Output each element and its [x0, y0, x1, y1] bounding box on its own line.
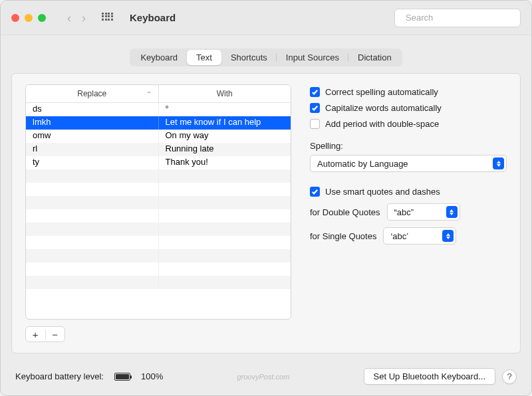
remove-button[interactable]: − — [46, 330, 65, 340]
checkbox-icon — [310, 119, 320, 129]
checkbox-icon — [310, 103, 320, 113]
dropdown-arrows-icon — [442, 230, 454, 242]
capitalize-checkbox[interactable]: Capitalize words automatically — [310, 103, 507, 113]
table-row[interactable]: rlRunning late — [26, 143, 291, 156]
table-header: Replace ⌃ With — [26, 85, 291, 103]
table-row[interactable]: ds° — [26, 103, 291, 116]
content: KeyboardTextShortcutsInput SourcesDictat… — [1, 35, 531, 359]
add-button[interactable]: + — [26, 330, 46, 340]
footer: Keyboard battery level: 100% groovyPost.… — [1, 359, 531, 395]
checkbox-icon — [310, 87, 320, 97]
help-button[interactable]: ? — [502, 369, 517, 384]
table-row[interactable]: lmkhLet me know if I can help — [26, 116, 291, 130]
watermark: groovyPost.com — [170, 373, 356, 381]
options-section: Correct spelling automatically Capitaliz… — [310, 84, 507, 342]
sort-indicator-icon: ⌃ — [146, 90, 152, 98]
add-remove-controls: + − — [25, 326, 65, 342]
back-button[interactable]: ‹ — [67, 12, 71, 24]
spelling-label: Spelling: — [310, 141, 507, 151]
table-row[interactable] — [26, 249, 291, 262]
table-row[interactable]: omwOn my way — [26, 130, 291, 143]
replacements-section: Replace ⌃ With ds°lmkhLet me know if I c… — [25, 84, 291, 342]
tabs: KeyboardTextShortcutsInput SourcesDictat… — [11, 49, 521, 66]
battery-percent: 100% — [141, 371, 163, 381]
spelling-select[interactable]: Automatic by Language — [310, 155, 507, 172]
add-period-checkbox[interactable]: Add period with double-space — [310, 119, 507, 129]
titlebar: ‹ › Keyboard — [1, 1, 531, 35]
close-window-button[interactable] — [11, 14, 19, 22]
col-with[interactable]: With — [159, 85, 291, 102]
table-row[interactable] — [26, 183, 291, 196]
smart-quotes-checkbox[interactable]: Use smart quotes and dashes — [310, 187, 507, 197]
zoom-window-button[interactable] — [38, 14, 46, 22]
text-panel: Replace ⌃ With ds°lmkhLet me know if I c… — [11, 73, 521, 353]
search-field[interactable] — [394, 9, 521, 27]
show-all-icon[interactable] — [102, 13, 112, 23]
table-row[interactable] — [26, 196, 291, 209]
correct-spelling-checkbox[interactable]: Correct spelling automatically — [310, 87, 507, 97]
table-row[interactable] — [26, 223, 291, 236]
table-row[interactable]: tyThank you! — [26, 156, 291, 169]
checkbox-icon — [310, 187, 320, 197]
table-row[interactable] — [26, 262, 291, 276]
preferences-window: ‹ › Keyboard KeyboardTextShortcutsInput … — [0, 0, 532, 396]
window-title: Keyboard — [130, 12, 176, 23]
tab-keyboard[interactable]: Keyboard — [131, 50, 187, 65]
table-row[interactable] — [26, 209, 291, 223]
battery-icon — [114, 373, 130, 381]
dropdown-arrows-icon — [446, 206, 458, 218]
window-controls — [11, 14, 46, 22]
table-row[interactable] — [26, 276, 291, 289]
tab-text[interactable]: Text — [187, 50, 221, 65]
table-row[interactable] — [26, 169, 291, 183]
single-quotes-select[interactable]: ‘abc’ — [383, 227, 456, 245]
col-replace[interactable]: Replace ⌃ — [26, 85, 159, 102]
nav-buttons: ‹ › — [67, 12, 86, 24]
table-row[interactable] — [26, 236, 291, 249]
forward-button[interactable]: › — [82, 12, 86, 24]
single-quotes-row: for Single Quotes ‘abc’ — [310, 227, 507, 245]
search-input[interactable] — [406, 13, 517, 23]
tab-dictation[interactable]: Dictation — [348, 50, 401, 65]
bluetooth-keyboard-button[interactable]: Set Up Bluetooth Keyboard... — [364, 368, 495, 385]
double-quotes-row: for Double Quotes “abc” — [310, 203, 507, 221]
tab-shortcuts[interactable]: Shortcuts — [221, 50, 277, 65]
double-quotes-select[interactable]: “abc” — [387, 203, 460, 221]
table-body: ds°lmkhLet me know if I can helpomwOn my… — [26, 103, 291, 319]
minimize-window-button[interactable] — [25, 14, 33, 22]
tab-input-sources[interactable]: Input Sources — [277, 50, 348, 65]
replacements-table[interactable]: Replace ⌃ With ds°lmkhLet me know if I c… — [25, 84, 291, 320]
battery-label: Keyboard battery level: — [15, 371, 104, 381]
dropdown-arrows-icon — [493, 157, 504, 169]
